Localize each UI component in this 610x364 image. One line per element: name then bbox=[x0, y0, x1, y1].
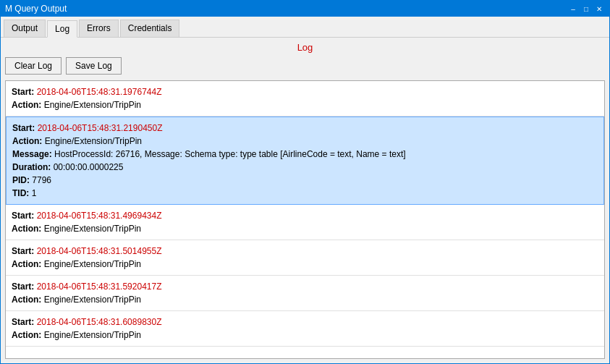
log-field: Action: Engine/Extension/TripPin bbox=[12, 329, 598, 342]
field-label: Action: bbox=[12, 330, 44, 340]
log-field: Start: 2018-04-06T15:48:31.4969434Z bbox=[12, 209, 598, 222]
title-bar-controls: – □ ✕ bbox=[567, 3, 605, 14]
field-value: 2018-04-06T15:48:31.5014955Z bbox=[37, 246, 162, 256]
field-label: Start: bbox=[12, 123, 38, 133]
field-value: 2018-04-06T15:48:31.4969434Z bbox=[37, 211, 162, 221]
restore-button[interactable]: □ bbox=[580, 3, 592, 14]
tab-errors[interactable]: Errors bbox=[79, 20, 119, 37]
field-value: 2018-04-06T15:48:31.2190450Z bbox=[38, 123, 163, 133]
log-field: Action: Engine/Extension/TripPin bbox=[12, 135, 598, 148]
log-field: TID: 1 bbox=[12, 187, 598, 200]
field-value: 2018-04-06T15:48:31.1976744Z bbox=[37, 87, 162, 97]
log-entry[interactable]: Start: 2018-04-06T15:48:31.2190450ZActio… bbox=[6, 117, 604, 205]
log-field: Start: 2018-04-06T15:48:31.1976744Z bbox=[12, 85, 598, 98]
field-label: Duration: bbox=[12, 162, 54, 172]
field-label: Action: bbox=[12, 136, 45, 146]
toolbar: Clear Log Save Log bbox=[5, 57, 605, 75]
log-field: Start: 2018-04-06T15:48:31.2190450Z bbox=[12, 122, 598, 135]
log-title: Log bbox=[5, 42, 605, 53]
field-label: Action: bbox=[12, 100, 44, 110]
field-label: Start: bbox=[12, 317, 37, 327]
field-label: PID: bbox=[12, 175, 32, 185]
field-value: Engine/Extension/TripPin bbox=[44, 224, 141, 234]
field-label: TID: bbox=[12, 188, 32, 198]
log-field: Duration: 00:00:00.0000225 bbox=[12, 161, 598, 174]
log-field: Action: Engine/Extension/TripPin bbox=[12, 222, 598, 235]
field-value: 2018-04-06T15:48:31.5920417Z bbox=[37, 282, 162, 292]
main-content: Log Clear Log Save Log Start: 2018-04-06… bbox=[1, 38, 609, 363]
tab-credentials[interactable]: Credentials bbox=[120, 20, 180, 37]
field-value: Engine/Extension/TripPin bbox=[44, 295, 141, 305]
window-title: M Query Output bbox=[5, 4, 67, 14]
log-entry[interactable]: Start: 2018-04-06T15:48:31.5014955ZActio… bbox=[6, 240, 604, 276]
log-area[interactable]: Start: 2018-04-06T15:48:31.1976744ZActio… bbox=[5, 80, 605, 359]
save-log-button[interactable]: Save Log bbox=[66, 57, 122, 75]
field-value: Engine/Extension/TripPin bbox=[44, 100, 141, 110]
log-field: Start: 2018-04-06T15:48:31.5014955Z bbox=[12, 245, 598, 258]
field-value: Engine/Extension/TripPin bbox=[44, 259, 141, 269]
field-label: Start: bbox=[12, 211, 37, 221]
log-entry[interactable]: Start: 2018-04-06T15:48:31.6089830ZActio… bbox=[6, 311, 604, 347]
log-entry[interactable]: Start: 2018-04-06T15:48:31.5920417ZActio… bbox=[6, 276, 604, 311]
field-label: Action: bbox=[12, 224, 44, 234]
title-bar: M Query Output – □ ✕ bbox=[1, 1, 609, 17]
field-value: 1 bbox=[32, 188, 37, 198]
field-label: Action: bbox=[12, 259, 44, 269]
log-field: Message: HostProcessId: 26716, Message: … bbox=[12, 148, 598, 161]
log-field: Action: Engine/Extension/TripPin bbox=[12, 98, 598, 111]
log-field: Start: 2018-04-06T15:48:31.6089830Z bbox=[12, 316, 598, 329]
log-entry[interactable]: Start: 2018-04-06T15:48:31.1976744ZActio… bbox=[6, 81, 604, 117]
field-label: Message: bbox=[12, 149, 54, 159]
minimize-button[interactable]: – bbox=[567, 3, 579, 14]
clear-log-button[interactable]: Clear Log bbox=[5, 57, 62, 75]
tab-output[interactable]: Output bbox=[4, 20, 46, 37]
log-entry[interactable]: Start: 2018-04-06T15:48:31.4969434ZActio… bbox=[6, 205, 604, 240]
field-label: Start: bbox=[12, 87, 37, 97]
field-value: Engine/Extension/TripPin bbox=[44, 330, 141, 340]
field-value: 00:00:00.0000225 bbox=[54, 162, 124, 172]
tab-bar: Output Log Errors Credentials bbox=[1, 17, 609, 38]
field-label: Start: bbox=[12, 282, 37, 292]
field-value: 2018-04-06T15:48:31.6089830Z bbox=[37, 317, 162, 327]
field-label: Action: bbox=[12, 295, 44, 305]
field-value: HostProcessId: 26716, Message: Schema ty… bbox=[54, 149, 406, 159]
log-field: Action: Engine/Extension/TripPin bbox=[12, 258, 598, 271]
log-field: Action: Engine/Extension/TripPin bbox=[12, 293, 598, 306]
tab-log[interactable]: Log bbox=[47, 20, 77, 38]
field-label: Start: bbox=[12, 246, 37, 256]
field-value: Engine/Extension/TripPin bbox=[45, 136, 142, 146]
close-button[interactable]: ✕ bbox=[593, 3, 605, 14]
log-field: PID: 7796 bbox=[12, 174, 598, 187]
field-value: 7796 bbox=[32, 175, 51, 185]
log-field: Start: 2018-04-06T15:48:31.5920417Z bbox=[12, 280, 598, 293]
window: M Query Output – □ ✕ Output Log Errors C… bbox=[0, 0, 610, 364]
